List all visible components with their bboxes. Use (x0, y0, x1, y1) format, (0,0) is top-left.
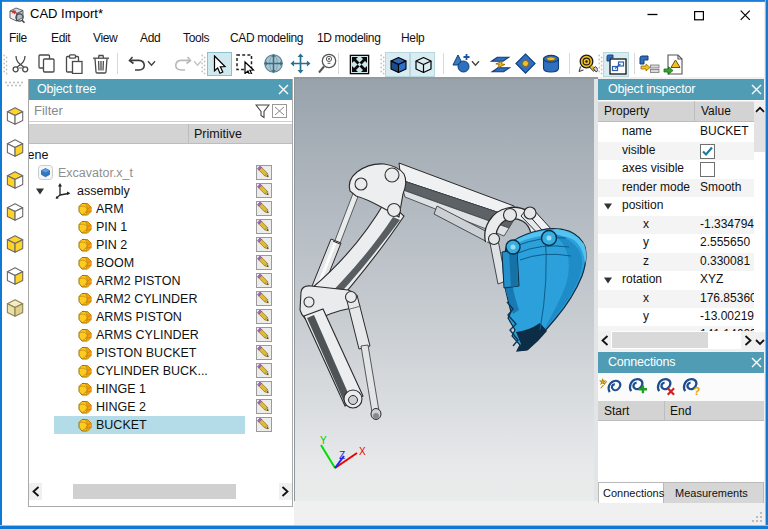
svg-text:Y: Y (320, 435, 327, 446)
svg-text:Z: Z (339, 450, 345, 461)
svg-text:X: X (359, 446, 366, 457)
svg-text:?: ? (693, 384, 700, 396)
